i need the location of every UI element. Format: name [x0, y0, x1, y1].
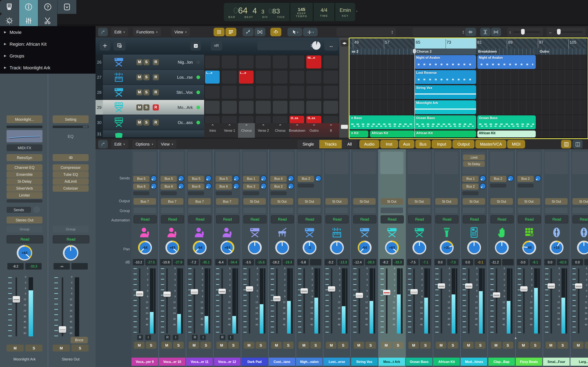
mixer-channel-string-vox[interactable]: St OutRead-64-12.4-28.36303691218243045M… [351, 149, 378, 367]
track-header-options-icon[interactable] [190, 41, 201, 50]
mute-button[interactable]: M [189, 342, 199, 349]
lcd-key-signature[interactable]: EminKEY [335, 3, 355, 21]
live-loops-cell[interactable] [256, 55, 270, 68]
solo-button[interactable]: S [71, 345, 89, 351]
region[interactable]: Ocean Bass [415, 115, 476, 129]
mute-button[interactable]: M [545, 342, 556, 349]
eq-thumbnail[interactable] [7, 130, 43, 142]
live-loops-cell[interactable] [239, 116, 254, 124]
scene-play-icon[interactable]: ⌃ [289, 123, 306, 129]
pan-knob[interactable] [275, 241, 289, 254]
filter-inst[interactable]: Inst [380, 140, 398, 149]
lcd-position[interactable]: 064 4 3 083 BARBEATDIVTICK [224, 3, 290, 21]
pan-knob[interactable]: +63 [385, 241, 399, 254]
audio-fx-area[interactable] [572, 152, 588, 174]
automation-mode-button[interactable]: Read [545, 215, 568, 224]
mute-button[interactable]: M [161, 342, 172, 349]
track-header-29[interactable]: 29MSRMo...Ark [95, 100, 204, 115]
mute-button[interactable]: M [271, 342, 282, 349]
channel-name[interactable]: Smal...Four [543, 358, 570, 366]
mute-button[interactable]: M [136, 104, 143, 110]
help-icon[interactable]: ? [38, 0, 58, 14]
empty-send-slot[interactable] [188, 191, 204, 195]
solo-button[interactable]: S [143, 104, 149, 110]
peak-value[interactable]: -27.5 [145, 259, 157, 266]
filter-audio[interactable]: Audio [359, 140, 379, 149]
mute-button[interactable]: M [298, 342, 309, 349]
empty-send-slot[interactable] [517, 184, 534, 188]
mute-button[interactable]: M [518, 342, 529, 349]
audio-fx-area[interactable] [490, 152, 513, 174]
automation-mode-button[interactable]: Read [572, 215, 588, 224]
audio-fx-area[interactable] [325, 152, 348, 174]
lcd-display[interactable]: 064 4 3 083 BARBEATDIVTICK145KEEPTEMPO4/… [224, 3, 355, 21]
pan-knob[interactable]: +63 [220, 241, 234, 254]
midi-fx-slot[interactable]: MIDI FX [7, 144, 43, 151]
instrument-slot[interactable]: RetroSyn [7, 154, 43, 161]
fold-arrow-icon[interactable]: ▲ [514, 336, 517, 340]
marker[interactable]: se 2 [350, 49, 415, 55]
mute-button[interactable]: M [463, 342, 474, 349]
live-loops-cell[interactable] [273, 71, 287, 83]
solo-button[interactable]: S [557, 342, 568, 349]
marker[interactable]: Breakdown [476, 49, 538, 55]
volume-value[interactable]: -6.4 [215, 259, 226, 266]
lcd-tempo[interactable]: 145KEEPTEMPO [290, 3, 314, 21]
channel-name[interactable]: Voca...er 11 [186, 358, 213, 366]
undo-icon[interactable] [98, 140, 108, 149]
automation-mode-button[interactable]: Read [353, 215, 376, 224]
mixer-channel-voca-er-12[interactable]: Bus 5Bus 6Bus 7Read+63-6.4-34.4630369121… [214, 149, 241, 367]
audio-fx-slot[interactable]: Channel EQ [7, 164, 43, 171]
live-loops-cell[interactable] [306, 86, 321, 99]
audio-fx-area[interactable] [160, 152, 184, 174]
channel-name[interactable]: Voca...yer 9 [131, 358, 158, 366]
waveform-zoom-button[interactable] [465, 28, 476, 36]
live-loops-cell[interactable] [222, 101, 237, 114]
volume-value[interactable]: -8.2 [7, 263, 24, 269]
scene-play-icon[interactable]: ⌃ [255, 123, 272, 129]
live-loops-cell[interactable] [222, 55, 237, 68]
channel-name[interactable]: Cust...iano [269, 358, 295, 366]
mixer-menu-view[interactable]: View▾ [158, 140, 176, 149]
audio-fx-slot[interactable]: Compressor [53, 164, 89, 171]
volume-fader[interactable] [520, 286, 527, 292]
live-loops-cell[interactable] [273, 86, 287, 99]
empty-send-slot[interactable] [215, 191, 232, 195]
lcd-dropdown-chevron-icon[interactable]: ▾ [356, 10, 357, 13]
channel-name[interactable]: Voca...er 12 [214, 358, 240, 366]
library-icon[interactable] [0, 0, 19, 14]
send-knob[interactable] [34, 206, 40, 213]
audio-fx-area[interactable] [517, 152, 541, 174]
track-header-26[interactable]: 26MSRNig...lon [95, 55, 204, 70]
audio-fx-area[interactable] [243, 152, 266, 174]
send-slot[interactable]: Bus 6 [133, 184, 149, 190]
marker-track[interactable]: se 2Chorus 2BreakdownOutro [350, 49, 587, 55]
group-slot[interactable] [243, 208, 266, 213]
automation-mode-button[interactable]: Read [161, 215, 184, 224]
group-slot[interactable] [326, 208, 348, 213]
live-loops-cell[interactable] [290, 71, 304, 83]
audio-fx-area[interactable] [435, 152, 458, 174]
peak-value[interactable]: -0.1 [475, 259, 486, 266]
record-button[interactable]: R [219, 335, 225, 340]
output-slot[interactable]: St Out [572, 198, 588, 205]
solo-button[interactable]: S [25, 345, 43, 351]
filter-midi[interactable]: MIDI [507, 140, 525, 149]
live-loops-cell[interactable] [273, 55, 287, 68]
automation-mode-button[interactable]: Read [326, 215, 349, 224]
send-slot[interactable]: Bus 2 [298, 176, 314, 182]
audio-fx-area[interactable] [188, 152, 211, 174]
mixer-channel-cust-iano[interactable]: Bus 4Bus 2St OutRead-18.2-19.36303691218… [269, 149, 296, 367]
channel-name[interactable]: Moo...t Ark [379, 358, 405, 366]
track-on-indicator[interactable] [196, 75, 200, 79]
pan-knob[interactable] [467, 241, 481, 254]
track-header-27[interactable]: 27MSRLos...rse [95, 70, 204, 85]
live-loops-clip[interactable]: O..ss [290, 116, 304, 124]
send-slot[interactable]: Bus 1 [243, 176, 259, 182]
mixer-channel-dark-pad[interactable]: Bus 1Bus 2St OutRead-3.5-15.663036912182… [241, 149, 269, 367]
mixer-channel-voca-yer-9[interactable]: Bus 5Bus 6Bus 7Read-64-10.2-27.563036912… [131, 149, 159, 367]
scene-trigger[interactable]: ⌃Verse 1 [221, 123, 238, 138]
group-slot[interactable] [408, 208, 430, 213]
peak-value[interactable]: -42.0 [557, 259, 568, 266]
playhead-handle[interactable] [413, 49, 416, 53]
